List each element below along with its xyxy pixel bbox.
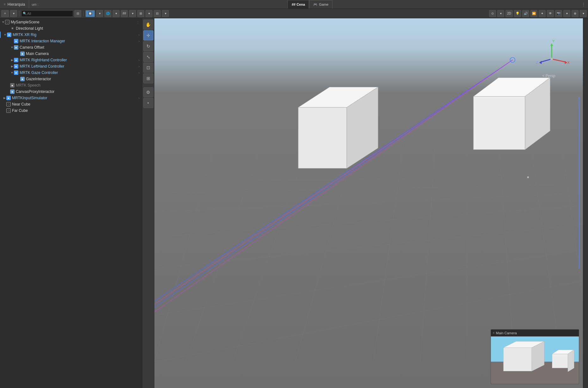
svg-rect-44	[504, 348, 532, 371]
viewport[interactable]: X Y Z < Persp ≡ Main Camera	[154, 18, 583, 388]
lighting-btn[interactable]: 💡	[514, 10, 521, 17]
tree-item-mrtk-xr-rig[interactable]: ▼ ■ MRTK XR Rig ›	[0, 32, 142, 38]
game-icon: 🎮	[313, 3, 318, 7]
gz-options[interactable]: ›	[139, 71, 139, 75]
hierarchy-sort-btn[interactable]: ⊟	[74, 10, 81, 17]
tree-item-far-cube[interactable]: ⬡ Far Cube	[0, 107, 142, 114]
expand-gz: ▼	[10, 71, 14, 74]
svg-line-11	[295, 137, 358, 362]
lh-options[interactable]: ›	[139, 65, 139, 68]
grid-btn[interactable]: ⊞	[137, 10, 144, 17]
tree-item-directional-light[interactable]: ☀ Directional Light	[0, 25, 142, 32]
expand-lh: ▶	[10, 65, 14, 68]
camera3-dropdown[interactable]: ▾	[563, 10, 570, 17]
tool-dropdown-btn[interactable]: ▾	[143, 98, 153, 108]
expand-mrtk-xr: ▼	[3, 33, 7, 36]
hidden-btn[interactable]: 👁	[547, 10, 554, 17]
tree-root[interactable]: ▼ ⬡ MySampleScene ⋮	[0, 19, 142, 25]
svg-rect-26	[473, 96, 525, 149]
mrtk-xr-options[interactable]: ›	[139, 33, 139, 37]
tree-item-canvas-proxy[interactable]: ■ CanvasProxyInteractor	[0, 88, 142, 95]
svg-line-3	[154, 193, 583, 212]
search2-btn[interactable]: ⊟	[154, 10, 161, 17]
grid-dropdown[interactable]: ▾	[145, 10, 152, 17]
rotate-tool-btn[interactable]: ↻	[143, 41, 153, 51]
main-layout: ▼ ⬡ MySampleScene ⋮ ☀ Directional Light …	[0, 18, 588, 388]
tree-item-mrtk-interaction[interactable]: ■ MRTK Interaction Manager ›	[0, 38, 142, 44]
add-hierarchy-btn[interactable]: +	[1, 10, 9, 17]
tree-item-righthand[interactable]: ▶ ■ MRTK RightHand Controller ›	[0, 57, 142, 63]
persp-label: < Persp	[542, 74, 555, 78]
rh-options[interactable]: ›	[139, 58, 139, 62]
audio-btn[interactable]: 🔊	[522, 10, 529, 17]
anim-btn[interactable]: ⏩	[530, 10, 537, 17]
scene-canvas: X Y Z < Persp	[154, 18, 583, 362]
svg-line-5	[154, 225, 583, 268]
cube-icon-gz: ■	[14, 70, 18, 75]
svg-point-36	[550, 58, 553, 60]
global-toggle[interactable]: 🌐	[104, 10, 111, 17]
is-options[interactable]: ›	[139, 96, 139, 100]
camera-btn[interactable]: ⊙	[489, 10, 496, 17]
game-tab[interactable]: 🎮 Game	[309, 0, 332, 9]
root-options[interactable]: ⋮	[136, 21, 139, 24]
btn-2d[interactable]: 2D	[505, 10, 513, 17]
svg-marker-35	[539, 61, 542, 64]
tree-item-speech[interactable]: ■ MRTK Speech	[0, 82, 142, 88]
svg-line-15	[498, 137, 514, 362]
tree-item-near-cube[interactable]: ⬡ Near Cube	[0, 101, 142, 107]
scene-options-btn[interactable]: ⋮	[579, 2, 588, 7]
svg-line-16	[530, 137, 561, 362]
light-icon: ☀	[10, 26, 15, 31]
hierarchy-panel: ▼ ⬡ MySampleScene ⋮ ☀ Directional Light …	[0, 18, 142, 388]
scale-tool-btn[interactable]: ⤡	[143, 52, 153, 62]
svg-rect-47	[552, 354, 568, 368]
tree-item-lefthand[interactable]: ▶ ■ MRTK LeftHand Controller ›	[0, 63, 142, 70]
effect-btn[interactable]: ✦	[539, 10, 546, 17]
camera-dropdown[interactable]: ▾	[497, 10, 504, 17]
toolbar-sep-1	[19, 11, 19, 16]
hand-tool-btn[interactable]: ✋	[143, 20, 153, 30]
mc-label: Main Camera	[26, 52, 49, 56]
gameobj-icon-nc: ⬡	[6, 102, 11, 106]
transform-tool-btn[interactable]: ⊞	[143, 73, 153, 83]
camera3-btn[interactable]: 📷	[555, 10, 562, 17]
cube-icon-mrtk-xr: ■	[7, 33, 11, 37]
gizmo-circle[interactable]: ⊕	[572, 10, 579, 17]
shaded-btn[interactable]: 🔲	[85, 10, 95, 17]
shaded-dropdown[interactable]: ▾	[96, 10, 103, 17]
mi-options[interactable]: ›	[139, 39, 139, 43]
cube-icon-sp: ■	[10, 83, 15, 88]
search-input[interactable]	[21, 10, 73, 17]
svg-rect-29	[527, 176, 529, 178]
snap-btn[interactable]: ##	[121, 10, 128, 17]
is-label: MRTKInputSimulator	[12, 96, 47, 100]
svg-text:Y: Y	[552, 39, 554, 43]
cp-label: CanvasProxyInteractor	[16, 89, 54, 94]
mini-camera-preview: ≡ Main Camera	[491, 329, 579, 384]
snap-dropdown[interactable]: ▾	[129, 10, 136, 17]
rect-tool-btn[interactable]: ⊡	[143, 63, 153, 73]
custom-tool-btn[interactable]: ⚙	[143, 87, 153, 97]
svg-line-1	[154, 178, 583, 181]
svg-line-34	[541, 59, 552, 62]
expand-rh: ▶	[10, 58, 14, 62]
svg-line-10	[232, 137, 311, 362]
move-tool-btn[interactable]: ✛	[143, 30, 153, 40]
sp-label: MRTK Speech	[16, 83, 40, 88]
tree-item-camera-offset[interactable]: ▼ ■ Camera Offset	[0, 44, 142, 51]
add-hierarchy-dropdown[interactable]: ▾	[10, 10, 17, 17]
global-dropdown[interactable]: ▾	[113, 10, 120, 17]
svg-text:X: X	[567, 61, 570, 64]
tree-item-main-camera[interactable]: ■ Main Camera	[0, 51, 142, 57]
gi-label: GazeInteractor	[26, 77, 51, 81]
mrtk-xr-label: MRTK XR Rig	[13, 33, 36, 37]
mini-camera-view	[491, 336, 579, 384]
search2-dropdown[interactable]: ▾	[162, 10, 169, 17]
tree-item-input-sim[interactable]: ▶ ■ MRTKInputSimulator ›	[0, 95, 142, 101]
tree-item-gaze-interactor[interactable]: ■ GazeInteractor	[0, 76, 142, 82]
tree-item-gaze[interactable]: ▼ ■ MRTK Gaze Controller ›	[0, 70, 142, 76]
gizmo-dropdown[interactable]: ▾	[580, 10, 587, 17]
cube-icon-is: ■	[6, 96, 11, 100]
scene-tab[interactable]: ## Cena	[288, 0, 309, 9]
